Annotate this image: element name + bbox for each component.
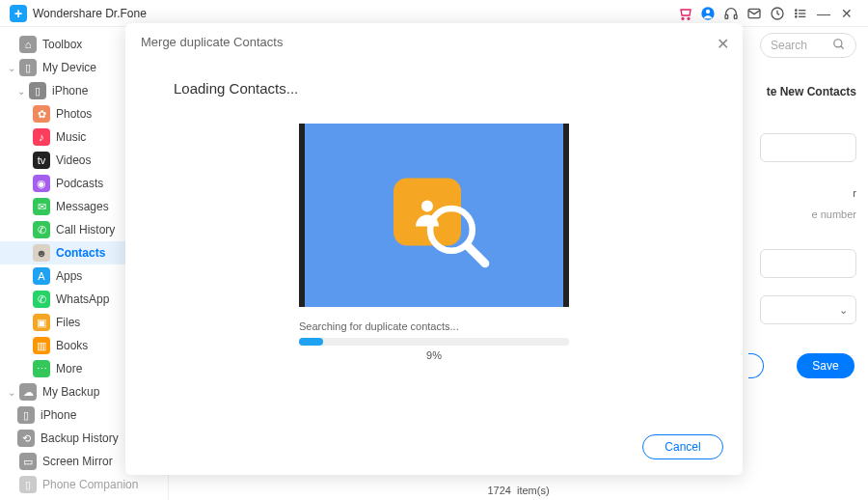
svg-line-14 [841,45,844,48]
progress-bar [299,338,569,346]
search-icon [832,38,846,54]
field-placeholder: e number [812,208,856,220]
svg-point-0 [682,17,684,19]
svg-point-3 [706,9,710,13]
field-label: r [853,187,856,199]
whatsapp-icon: ✆ [33,291,50,308]
phone-icon: ✆ [33,221,50,238]
history-icon[interactable] [766,6,789,21]
sidebar-item-label: My Device [42,61,96,74]
sidebar-item-label: iPhone [52,84,88,97]
sidebar-item-label: Podcasts [56,177,103,190]
email-field[interactable] [760,249,856,278]
status-bar: 1724 item(s) [487,485,549,496]
sidebar-item-label: Toolbox [42,38,82,51]
backup-icon: ☁ [19,383,37,401]
menu-icon[interactable] [789,6,812,21]
cart-icon[interactable] [673,6,696,21]
sidebar-item-label: Backup History [41,431,119,445]
music-icon: ♪ [33,128,50,146]
toolbox-icon: ⌂ [19,36,37,53]
loading-graphic [299,124,569,307]
history-icon: ⟲ [17,430,35,447]
progress-fill [299,338,323,346]
svg-point-1 [688,17,690,19]
searching-text: Searching for duplicate contacts... [299,320,743,332]
chevron-down-icon: ⌄ [8,63,19,73]
sidebar-item-label: Photos [56,107,92,121]
sidebar-item-label: Call History [56,223,115,236]
minimize-button[interactable]: — [812,6,835,21]
svg-point-9 [796,13,797,14]
files-icon: ▣ [33,314,50,331]
sidebar-item-label: Files [56,316,80,329]
messages-icon: ✉ [33,198,50,215]
outline-button-cut[interactable] [748,353,764,378]
svg-line-17 [468,246,485,264]
svg-rect-5 [734,14,737,18]
books-icon: ▥ [33,337,50,354]
modal-close-button[interactable]: ✕ [717,35,729,53]
mirror-icon: ▭ [19,453,37,470]
close-button[interactable]: ✕ [835,6,858,21]
apps-icon: A [33,267,50,285]
sidebar-item-label: Videos [56,153,91,167]
cancel-button[interactable]: Cancel [642,434,723,459]
sidebar-item-label: Books [56,339,88,352]
name-field[interactable] [760,133,856,162]
svg-rect-4 [725,14,728,18]
device-icon: ▯ [19,59,37,76]
sidebar-item-label: Phone Companion [42,478,138,491]
svg-point-11 [796,15,797,16]
sidebar-item-label: Contacts [56,246,105,260]
sidebar-item-label: Apps [56,269,82,283]
sidebar-item-label: WhatsApp [56,292,109,306]
mail-icon[interactable] [743,6,766,21]
chevron-down-icon: ⌄ [17,86,29,97]
more-icon: ⋯ [33,360,50,377]
companion-icon: ▯ [19,476,37,493]
new-contacts-title: te New Contacts [767,85,856,98]
svg-point-7 [796,10,797,11]
modal-title: Merge duplicate Contacts [125,23,743,61]
photos-icon: ✿ [33,105,50,123]
account-icon[interactable] [696,6,719,21]
phone-icon: ▯ [17,406,35,424]
app-logo-icon: + [10,5,27,22]
sidebar-item-label: Screen Mirror [42,455,113,468]
contacts-icon: ☻ [33,244,50,262]
sidebar-item-label: My Backup [42,385,99,399]
save-button[interactable]: Save [797,353,854,378]
headphones-icon[interactable] [719,6,743,21]
svg-point-13 [834,39,842,46]
modal-heading: Loading Contacts... [125,80,743,97]
app-title: Wondershare Dr.Fone [33,7,147,20]
sidebar-phonecompanion[interactable]: ▯ Phone Companion [0,473,168,496]
merge-contacts-modal: Merge duplicate Contacts ✕ Loading Conta… [125,23,743,475]
sidebar-item-label: Messages [56,200,109,213]
sidebar-item-label: Music [56,130,86,144]
magnifier-icon [424,202,492,269]
progress-percent: 9% [125,349,743,361]
podcasts-icon: ◉ [33,175,50,192]
group-select[interactable] [760,295,856,324]
search-placeholder: Search [771,39,807,52]
search-input[interactable]: Search [760,33,856,58]
phone-icon: ▯ [29,82,46,99]
chevron-down-icon: ⌄ [8,387,19,398]
videos-icon: tv [33,152,50,169]
sidebar-item-label: iPhone [41,408,76,422]
sidebar-item-label: More [56,362,82,375]
